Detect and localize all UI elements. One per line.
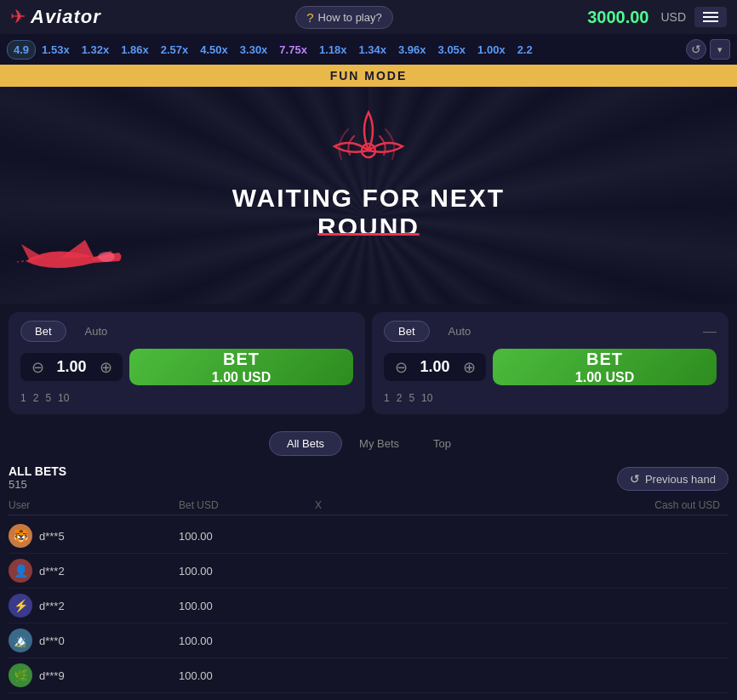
mult-item[interactable]: 4.50x	[194, 41, 234, 59]
bet-amount: 100.00	[179, 669, 315, 682]
logo-text: Aviator	[31, 6, 101, 28]
mult-item[interactable]: 1.53x	[36, 41, 76, 59]
history-button[interactable]: ↺	[686, 39, 706, 60]
user-cell: 🌿 d***9	[9, 663, 179, 687]
table-header: User Bet USD X Cash out USD	[9, 496, 728, 515]
mult-item[interactable]: 1.18x	[313, 41, 353, 59]
logo: ✈ Aviator	[10, 6, 101, 28]
how-to-play-label: How to play?	[318, 11, 382, 24]
svg-line-2	[17, 261, 24, 263]
col-header-cashout: Cash out USD	[654, 499, 728, 511]
balance-currency: USD	[660, 10, 686, 24]
bet-tabs-2: Bet Auto —	[384, 321, 717, 342]
menu-button[interactable]	[694, 7, 727, 27]
prev-hand-label: Previous hand	[645, 473, 716, 486]
how-to-play-button[interactable]: ? How to play?	[295, 6, 393, 29]
mult-item[interactable]: 1.34x	[352, 41, 392, 59]
avatar: ⚡	[9, 594, 32, 617]
mult-item[interactable]: 3.05x	[432, 41, 472, 59]
expand-button[interactable]: ▾	[710, 39, 730, 60]
bet-tab-bet-1[interactable]: Bet	[20, 321, 66, 342]
plane-icon	[17, 227, 128, 287]
table-row: 🏔️ d***0 100.00	[9, 623, 728, 658]
mult-item[interactable]: 1.86x	[115, 41, 155, 59]
table-row: 🌿 d***9 100.00	[9, 658, 728, 693]
mult-item[interactable]: 1.32x	[76, 41, 116, 59]
mult-item-selected[interactable]: 4.9	[7, 40, 36, 60]
decrease-button-1[interactable]: ⊖	[29, 359, 46, 376]
quick-amt-2[interactable]: 2	[33, 392, 39, 404]
mult-item[interactable]: 3.30x	[234, 41, 274, 59]
balance-amount: 3000.00	[587, 8, 648, 27]
bet-amount: 100.00	[179, 635, 315, 647]
mult-item[interactable]: 2.2	[511, 41, 539, 59]
avatar: 👤	[9, 559, 32, 583]
bet-amount: 100.00	[179, 600, 315, 612]
user-cell: ⚡ d***2	[9, 594, 179, 617]
bets-title: ALL BETS	[9, 464, 66, 478]
username: d***0	[39, 635, 65, 647]
increase-button-1[interactable]: ⊕	[97, 359, 114, 376]
increase-button-2[interactable]: ⊕	[460, 359, 477, 376]
amount-value-1: 1.00	[54, 358, 89, 376]
quick-amt2-1[interactable]: 1	[384, 392, 390, 404]
logo-plane-icon: ✈	[10, 6, 26, 28]
my-bets-tab[interactable]: My Bets	[342, 431, 416, 456]
mult-item[interactable]: 7.75x	[273, 41, 313, 59]
avatar: 🐯	[9, 524, 32, 548]
bet-tab-auto-2[interactable]: Auto	[435, 322, 485, 341]
table-row: 🐯 d***5 100.00	[9, 519, 728, 554]
collapse-panel-2-button[interactable]: —	[703, 324, 717, 339]
col-header-bet: Bet USD	[179, 499, 315, 511]
bet-button-2[interactable]: BET 1.00 USD	[493, 349, 717, 385]
bet-controls-2: ⊖ 1.00 ⊕ BET 1.00 USD	[384, 349, 717, 385]
table-row: 👤 d***2 100.00	[9, 554, 728, 589]
bet-tabs-1: Bet Auto	[20, 321, 353, 342]
quick-amt-1[interactable]: 1	[20, 392, 26, 404]
menu-line-2	[703, 16, 718, 18]
previous-hand-button[interactable]: ↺ Previous hand	[617, 467, 728, 491]
bet-controls-1: ⊖ 1.00 ⊕ BET 1.00 USD	[20, 349, 353, 385]
quick-amt2-10[interactable]: 10	[421, 392, 432, 404]
bet-tab-bet-2[interactable]: Bet	[384, 321, 430, 342]
mult-item[interactable]: 2.57x	[155, 41, 195, 59]
bet-button-top-label-2: BET	[586, 349, 623, 369]
quick-amounts-2: 1 2 5 10	[384, 392, 717, 404]
mult-item[interactable]: 3.96x	[392, 41, 432, 59]
bet-button-1[interactable]: BET 1.00 USD	[129, 349, 353, 385]
bet-panels: Bet Auto ⊖ 1.00 ⊕ BET 1.00 USD 1 2 5 10 …	[0, 304, 737, 423]
quick-amt-5[interactable]: 5	[45, 392, 51, 404]
user-cell: 🏔️ d***0	[9, 629, 179, 652]
top-tab[interactable]: Top	[416, 431, 468, 456]
question-icon: ?	[306, 10, 313, 25]
fun-mode-banner: FUN MODE	[0, 65, 737, 87]
username: d***2	[39, 565, 65, 578]
amount-value-2: 1.00	[418, 358, 452, 376]
bet-button-bottom-label-2: 1.00 USD	[575, 369, 634, 385]
avatar: 🏔️	[9, 629, 32, 652]
bet-panel-1: Bet Auto ⊖ 1.00 ⊕ BET 1.00 USD 1 2 5 10	[9, 312, 365, 414]
waiting-bar	[317, 233, 420, 236]
bet-button-top-label-1: BET	[223, 349, 260, 369]
mult-bar-end: ↺ ▾	[686, 39, 730, 60]
bet-tab-auto-1[interactable]: Auto	[71, 322, 122, 341]
quick-amt2-5[interactable]: 5	[408, 392, 414, 404]
multiplier-bar: 4.9 1.53x 1.32x 1.86x 2.57x 4.50x 3.30x …	[0, 34, 737, 65]
all-bets-tab[interactable]: All Bets	[269, 431, 342, 456]
amount-control-1: ⊖ 1.00 ⊕	[20, 353, 123, 381]
bet-amount: 100.00	[179, 530, 315, 543]
bet-amount: 100.00	[179, 565, 315, 578]
username: d***9	[39, 669, 65, 682]
quick-amt2-2[interactable]: 2	[397, 392, 403, 404]
table-row: ⚡ d***2 100.00	[9, 589, 728, 623]
mult-item[interactable]: 1.00x	[471, 41, 511, 59]
bets-count: 515	[9, 478, 66, 491]
col-header-x: X	[315, 499, 349, 511]
username: d***5	[39, 530, 65, 543]
quick-amounts-1: 1 2 5 10	[20, 392, 353, 404]
user-cell: 🐯 d***5	[9, 524, 179, 548]
propeller-icon	[330, 104, 407, 189]
quick-amt-10[interactable]: 10	[58, 392, 69, 404]
decrease-button-2[interactable]: ⊖	[392, 359, 409, 376]
bets-section: All Bets My Bets Top ALL BETS 515 ↺ Prev…	[0, 423, 737, 700]
